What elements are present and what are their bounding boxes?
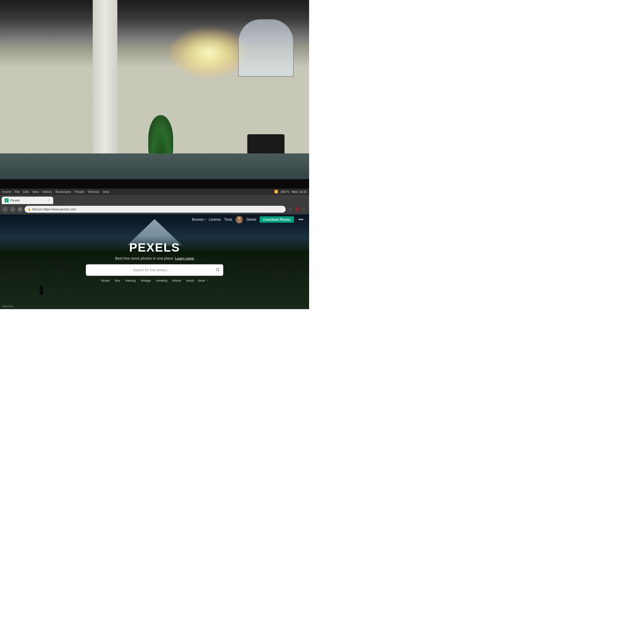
browse-dropdown-arrow: ▾ <box>204 218 206 221</box>
office-window-right <box>238 19 294 77</box>
menu-bookmarks[interactable]: Bookmarks <box>56 190 71 193</box>
search-input[interactable]: Search for free photos... <box>89 268 214 272</box>
tag-house[interactable]: house <box>100 278 111 283</box>
svg-point-0 <box>216 268 219 271</box>
hiker-body <box>40 288 43 295</box>
tag-more[interactable]: more → <box>198 279 209 282</box>
tab-favicon: P <box>5 198 9 202</box>
browse-nav-item[interactable]: Browse ▾ <box>192 218 206 222</box>
svg-line-1 <box>219 270 220 271</box>
browser-screen: hrome File Edit View History Bookmarks P… <box>0 189 309 309</box>
license-nav-item[interactable]: License <box>209 218 221 222</box>
menu-view[interactable]: View <box>32 190 39 193</box>
tab-bar: P Pexels × <box>0 195 309 204</box>
background-photo <box>0 0 309 192</box>
clock: Wed 16:15 <box>292 190 307 193</box>
menu-bar-right: 📶 100 % Wed 16:15 <box>274 190 307 193</box>
tools-nav-item[interactable]: Tools <box>224 218 232 222</box>
tag-blur[interactable]: blur <box>114 278 121 283</box>
hiker-silhouette <box>37 280 46 295</box>
app-name: hrome <box>2 190 11 193</box>
extensions-button[interactable]: ⋮ <box>301 206 307 212</box>
pexels-navbar: Browse ▾ License Tools Daniel Contribute… <box>0 214 309 225</box>
menu-edit[interactable]: Edit <box>23 190 29 193</box>
menu-history[interactable]: History <box>42 190 52 193</box>
pexels-title: PEXELS <box>46 241 263 254</box>
tag-phone[interactable]: phone <box>171 278 183 283</box>
user-name[interactable]: Daniel <box>246 218 256 222</box>
menu-window[interactable]: Window <box>88 190 99 193</box>
search-icon-button[interactable] <box>216 268 220 272</box>
nav-more-button[interactable]: ••• <box>297 217 305 222</box>
learn-more-link[interactable]: Learn more <box>175 256 194 260</box>
tag-training[interactable]: training <box>124 278 137 283</box>
bottom-bar: Searches <box>0 303 309 309</box>
address-bar-right: ☆ ⋮ <box>287 206 307 212</box>
os-menu-bar: hrome File Edit View History Bookmarks P… <box>0 189 309 195</box>
battery-info: 100 % <box>280 190 289 193</box>
user-avatar[interactable] <box>236 216 243 223</box>
pinterest-icon[interactable] <box>294 206 300 212</box>
forward-button[interactable]: → <box>10 206 15 212</box>
secure-label: Secure <box>32 208 42 211</box>
pexels-subtitle: Best free stock photos in one place. Lea… <box>46 256 263 260</box>
refresh-button[interactable]: ↻ <box>17 206 23 212</box>
search-box[interactable]: Search for free photos... <box>86 264 223 276</box>
address-bar: ← → ↻ 🔒 Secure https://www.pexels.com ☆ … <box>0 204 309 214</box>
lock-icon: 🔒 <box>27 208 31 211</box>
hiker-head <box>40 286 43 289</box>
office-window-light <box>170 29 247 76</box>
menu-people[interactable]: People <box>75 190 84 193</box>
avatar-body <box>236 219 242 223</box>
pexels-nav-items: Browse ▾ License Tools Daniel Contribute… <box>192 216 305 223</box>
tag-meeting[interactable]: meeting <box>155 278 168 283</box>
menu-help[interactable]: Help <box>102 190 109 193</box>
tag-wood[interactable]: wood <box>185 278 195 283</box>
screen-bezel <box>0 179 309 188</box>
tab-close-button[interactable]: × <box>46 198 50 202</box>
back-button[interactable]: ← <box>2 206 8 212</box>
bookmark-button[interactable]: ☆ <box>287 206 293 212</box>
wifi-icon: 📶 <box>274 190 278 193</box>
website-content: Browse ▾ License Tools Daniel Contribute… <box>0 214 309 309</box>
searches-label: Searches <box>2 305 13 308</box>
active-tab[interactable]: P Pexels × <box>2 197 53 204</box>
url-bar[interactable]: 🔒 Secure https://www.pexels.com <box>25 206 286 213</box>
search-tags: house blur training vintage meeting phon… <box>46 278 263 283</box>
contribute-photos-button[interactable]: Contribute Photos <box>260 216 294 223</box>
url-text: https://www.pexels.com <box>43 208 76 211</box>
tab-title: Pexels <box>10 199 20 202</box>
tag-vintage[interactable]: vintage <box>140 278 152 283</box>
hero-content: PEXELS Best free stock photos in one pla… <box>46 241 263 283</box>
menu-file[interactable]: File <box>15 190 20 193</box>
